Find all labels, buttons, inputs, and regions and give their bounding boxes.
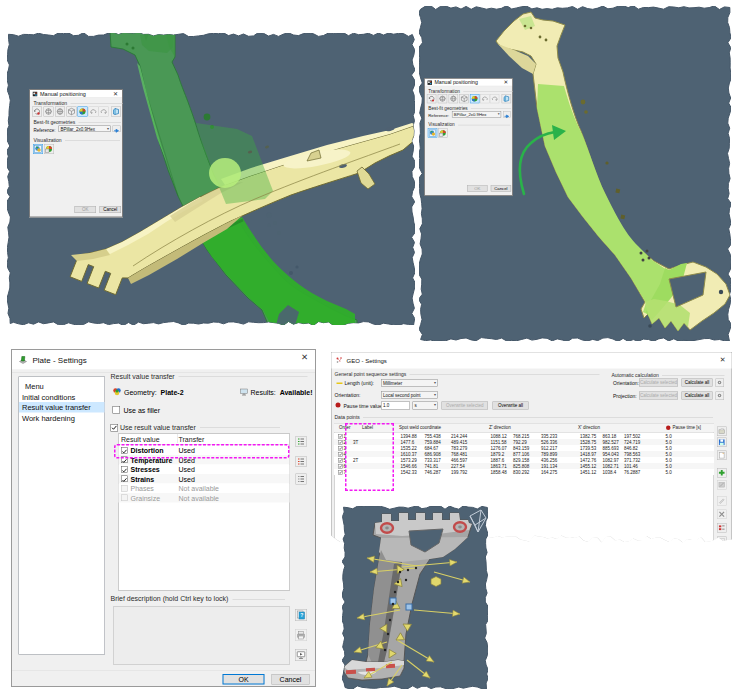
svg-text:?: ? [300, 612, 303, 618]
